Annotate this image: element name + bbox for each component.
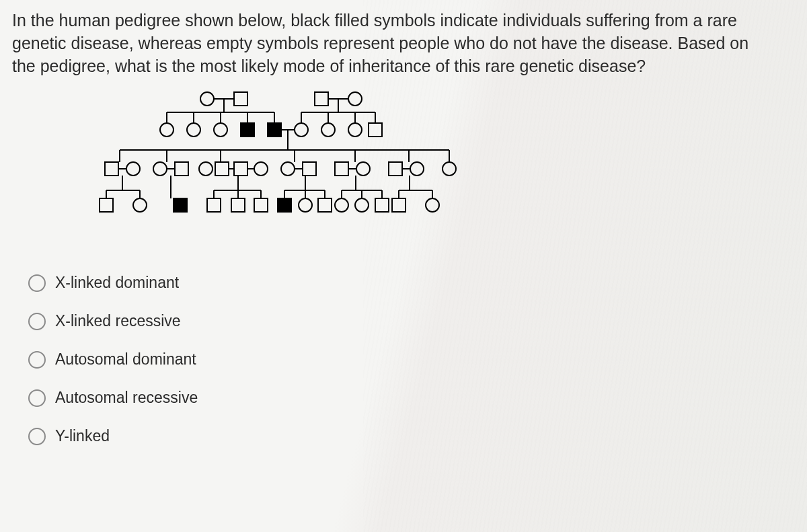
answer-options: X-linked dominant X-linked recessive Aut… [28,274,795,445]
option-label: Autosomal recessive [55,389,198,407]
radio-icon [28,313,46,330]
question-text: In the human pedigree shown below, black… [12,9,752,77]
radio-icon [28,274,46,292]
svg-point-47 [281,162,295,176]
svg-point-87 [335,198,348,212]
svg-rect-71 [207,198,221,212]
svg-rect-27 [369,123,382,137]
option-y-linked[interactable]: Y-linked [28,427,795,445]
radio-icon [28,428,46,445]
svg-rect-3 [315,92,328,106]
svg-rect-91 [375,198,389,212]
svg-rect-63 [100,198,113,212]
option-x-linked-dominant[interactable]: X-linked dominant [28,274,795,292]
svg-rect-42 [234,162,247,176]
scan-moire-overlay [363,0,807,532]
svg-point-5 [348,92,362,106]
svg-point-45 [254,162,268,176]
option-label: Autosomal dominant [55,350,196,369]
svg-point-23 [321,123,335,137]
svg-point-53 [356,162,370,176]
svg-rect-83 [318,198,332,212]
radio-icon [28,351,46,369]
svg-point-36 [153,162,167,176]
svg-rect-19 [268,123,281,137]
question-card: In the human pedigree shown below, black… [0,0,807,532]
svg-point-40 [199,162,213,176]
svg-point-0 [200,92,214,106]
option-x-linked-recessive[interactable]: X-linked recessive [28,312,795,330]
svg-point-25 [348,123,362,137]
svg-rect-32 [105,162,118,176]
svg-rect-73 [231,198,245,212]
svg-point-15 [214,123,227,137]
svg-point-81 [299,198,312,212]
svg-rect-75 [254,198,268,212]
option-label: X-linked recessive [55,312,181,330]
svg-point-21 [295,123,308,137]
svg-rect-51 [335,162,348,176]
pedigree-diagram [93,89,795,247]
svg-rect-2 [234,92,247,106]
svg-point-89 [355,198,369,212]
svg-rect-95 [392,198,406,212]
option-label: Y-linked [55,427,110,445]
radio-icon [28,389,46,407]
svg-point-11 [160,123,174,137]
svg-point-34 [126,162,140,176]
svg-point-97 [426,198,439,212]
svg-point-57 [410,162,424,176]
svg-rect-41 [215,162,229,176]
option-label: X-linked dominant [55,274,179,292]
svg-rect-17 [241,123,254,137]
svg-rect-55 [389,162,402,176]
svg-point-65 [133,198,147,212]
svg-rect-67 [174,198,187,212]
option-autosomal-dominant[interactable]: Autosomal dominant [28,350,795,369]
option-autosomal-recessive[interactable]: Autosomal recessive [28,389,795,407]
svg-rect-38 [175,162,188,176]
svg-rect-79 [278,198,291,212]
svg-rect-49 [303,162,316,176]
svg-point-13 [187,123,200,137]
svg-point-59 [443,162,456,176]
